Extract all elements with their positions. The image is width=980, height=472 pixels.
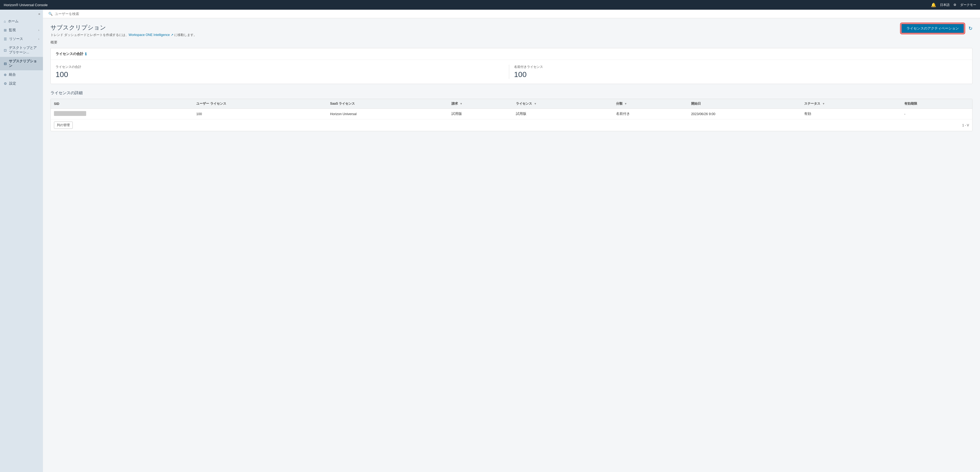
workspace-one-link[interactable]: Workspace ONE Intelligence ↗ [129, 33, 173, 37]
settings-icon-sidebar: ⚙ [4, 81, 7, 86]
activate-license-button[interactable]: ライセンスのアクティベーション [901, 24, 964, 33]
page-header-left: サブスクリプション トレンド ダッシュボードとレポートを作成するには、Works… [51, 24, 197, 37]
sidebar-item-monitor[interactable]: ⊞ 監視 › [0, 26, 43, 35]
integration-icon: ⊕ [4, 73, 7, 77]
named-license-value: 100 [514, 70, 963, 79]
subtitle-suffix: に移動します。 [173, 33, 197, 37]
sidebar-item-integration[interactable]: ⊕ 統合 [0, 70, 43, 79]
page-subtitle: トレンド ダッシュボードとレポートを作成するには、Workspace ONE I… [51, 33, 197, 37]
cell-billing: 試用版 [448, 109, 513, 119]
refresh-button[interactable]: ↻ [969, 25, 972, 32]
sidebar-item-integration-label: 統合 [9, 72, 16, 77]
search-icon: 🔍 [48, 12, 52, 16]
sidebar-item-settings[interactable]: ⚙ 設定 [0, 79, 43, 88]
monitor-icon: ⊞ [4, 28, 7, 32]
table-footer: 列の管理 1 - V [51, 119, 972, 131]
cell-start-date: 2023/06/26 9:00 [688, 109, 801, 119]
col-expiry: 有効期限 [901, 99, 972, 109]
chevron-right-icon: › [38, 29, 39, 32]
table-header-row: SID ユーザー ライセンス SaaS ライセンス 請求 ▼ ライセンス ▼ 分… [51, 99, 972, 109]
sidebar-item-desktop-apps-label: デスクトップとアプリケーシ... [9, 46, 39, 55]
named-license-label: 名前付きライセンス [514, 65, 963, 69]
cell-sid [51, 109, 193, 119]
topbar: Horizon® Universal Console 🔔 日本語 ⚙ ダークモー [0, 0, 980, 10]
license-table-wrapper: SID ユーザー ライセンス SaaS ライセンス 請求 ▼ ライセンス ▼ 分… [51, 99, 972, 131]
col-saas-license: SaaS ライセンス [327, 99, 448, 109]
subtitle-prefix: トレンド ダッシュボードとレポートを作成するには、 [51, 33, 129, 37]
total-license-label: ライセンスの合計 [56, 65, 504, 69]
col-user-license: ユーザー ライセンス [193, 99, 327, 109]
filter-category-icon: ▼ [624, 102, 627, 105]
app-title: Horizon® Universal Console [4, 3, 48, 7]
sidebar-item-desktop-apps[interactable]: ⊡ デスクトップとアプリケーシ... [0, 43, 43, 57]
sidebar-collapse-button[interactable]: « [0, 10, 43, 17]
header-actions: ライセンスのアクティベーション ↻ [901, 24, 972, 33]
col-sid: SID [51, 99, 193, 109]
sidebar-item-monitor-label: 監視 [9, 28, 16, 32]
license-details-title: ライセンスの詳細 [51, 91, 972, 95]
overview-label: 概要 [51, 40, 972, 45]
license-summary-title: ライセンスの合計 [56, 51, 83, 56]
cell-category: 名前付き [613, 109, 688, 119]
col-license[interactable]: ライセンス ▼ [513, 99, 613, 109]
sidebar-item-subscription[interactable]: ⊟ サブスクリプション [0, 57, 43, 70]
table-count: 1 - V [962, 124, 969, 127]
desktop-apps-icon: ⊡ [4, 48, 7, 52]
page-header: サブスクリプション トレンド ダッシュボードとレポートを作成するには、Works… [51, 24, 972, 37]
total-license-block: ライセンスの合計 100 [56, 65, 509, 79]
sidebar-item-resources[interactable]: ☰ リソース › [0, 35, 43, 43]
dark-mode-label[interactable]: ダークモー [960, 3, 976, 7]
settings-icon[interactable]: ⚙ [953, 3, 956, 7]
col-category[interactable]: 分類 ▼ [613, 99, 688, 109]
sidebar-item-settings-label: 設定 [9, 81, 16, 86]
sidebar-item-resources-label: リソース [9, 37, 23, 41]
cell-status: 有効 [801, 109, 901, 119]
resources-icon: ☰ [4, 37, 7, 41]
filter-billing-icon: ▼ [460, 102, 463, 105]
home-icon: ⌂ [4, 19, 6, 23]
info-icon: ℹ [85, 52, 86, 56]
page-content: サブスクリプション トレンド ダッシュボードとレポートを作成するには、Works… [43, 18, 980, 472]
main-content: 🔍 サブスクリプション トレンド ダッシュボードとレポートを作成するには、Wor… [43, 10, 980, 472]
table-row: 100 Horizon Universal 試用版 試用版 名前付き 2023/… [51, 109, 972, 119]
license-summary-header: ライセンスの合計 ℹ [51, 48, 972, 60]
search-input[interactable] [55, 12, 108, 16]
filter-status-icon: ▼ [822, 102, 825, 105]
license-table: SID ユーザー ライセンス SaaS ライセンス 請求 ▼ ライセンス ▼ 分… [51, 99, 972, 119]
col-start-date: 開始日 [688, 99, 801, 109]
chevron-right-icon-resources: › [38, 38, 39, 41]
topbar-right: 🔔 日本語 ⚙ ダークモー [931, 2, 976, 8]
search-bar: 🔍 [43, 10, 980, 18]
collapse-icon: « [38, 12, 40, 16]
sidebar-item-subscription-label: サブスクリプション [9, 59, 39, 68]
subscription-icon: ⊟ [4, 62, 7, 66]
sidebar-item-home[interactable]: ⌂ ホーム [0, 17, 43, 26]
sidebar: « ⌂ ホーム ⊞ 監視 › ☰ リソース › ⊡ デスクトップとアプリケーシ.… [0, 10, 43, 472]
cell-license: 試用版 [513, 109, 613, 119]
license-summary-body: ライセンスの合計 100 名前付きライセンス 100 [51, 60, 972, 84]
sid-placeholder [54, 111, 86, 116]
language-selector[interactable]: 日本語 [940, 3, 950, 7]
license-summary-card: ライセンスの合計 ℹ ライセンスの合計 100 名前付きライセンス 100 [51, 48, 972, 84]
col-billing[interactable]: 請求 ▼ [448, 99, 513, 109]
filter-license-icon: ▼ [534, 102, 536, 105]
page-title: サブスクリプション [51, 24, 197, 32]
cell-user-license: 100 [193, 109, 327, 119]
manage-columns-button[interactable]: 列の管理 [54, 122, 73, 129]
cell-saas-license: Horizon Universal [327, 109, 448, 119]
topbar-left: Horizon® Universal Console [4, 3, 48, 7]
col-status[interactable]: ステータス ▼ [801, 99, 901, 109]
named-license-block: 名前付きライセンス 100 [509, 65, 967, 79]
sidebar-item-home-label: ホーム [8, 19, 19, 24]
notification-icon[interactable]: 🔔 [931, 2, 936, 8]
total-license-value: 100 [56, 70, 504, 79]
cell-expiry: - [901, 109, 972, 119]
main-layout: « ⌂ ホーム ⊞ 監視 › ☰ リソース › ⊡ デスクトップとアプリケーシ.… [0, 10, 980, 472]
